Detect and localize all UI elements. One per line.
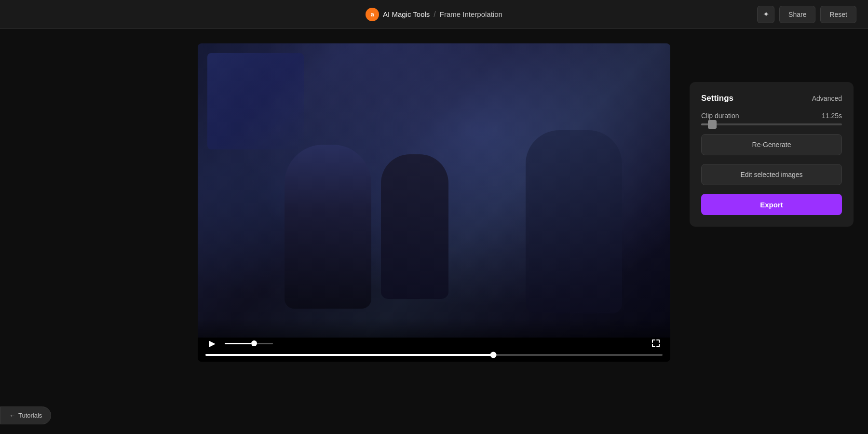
slider-thumb[interactable] xyxy=(708,120,717,129)
breadcrumb-separator: / xyxy=(434,10,435,19)
video-player: ▶ xyxy=(198,43,670,362)
tutorials-arrow-icon: ← xyxy=(9,412,15,419)
advanced-link[interactable]: Advanced xyxy=(812,95,842,102)
clip-duration-value: 11.25s xyxy=(822,112,842,120)
app-name-label: AI Magic Tools xyxy=(383,10,430,18)
volume-control[interactable] xyxy=(225,340,273,346)
volume-knob[interactable] xyxy=(251,340,257,346)
volume-fill xyxy=(225,343,251,344)
figure-1 xyxy=(285,145,371,309)
fullscreen-button[interactable] xyxy=(649,337,663,350)
export-button[interactable]: Export xyxy=(701,194,842,215)
volume-remaining xyxy=(257,343,273,344)
play-button[interactable]: ▶ xyxy=(205,337,219,350)
figure-3 xyxy=(526,130,622,313)
clip-duration-label: Clip duration xyxy=(701,112,739,120)
regenerate-button[interactable]: Re-Generate xyxy=(701,134,842,155)
clip-duration-setting: Clip duration 11.25s xyxy=(701,112,842,125)
edit-selected-images-button[interactable]: Edit selected images xyxy=(701,164,842,185)
reset-button[interactable]: Reset xyxy=(820,6,856,23)
progress-fill xyxy=(205,354,493,356)
settings-title: Settings xyxy=(701,94,733,103)
clip-duration-slider[interactable] xyxy=(701,123,842,125)
clip-duration-label-row: Clip duration 11.25s xyxy=(701,112,842,120)
settings-header: Settings Advanced xyxy=(701,94,842,103)
tutorials-button[interactable]: ← Tutorials xyxy=(0,407,51,424)
share-button[interactable]: Share xyxy=(779,6,815,23)
progress-track[interactable] xyxy=(205,354,663,356)
topbar: a AI Magic Tools / Frame Interpolation ✦… xyxy=(0,0,868,29)
main-content: ▶ xyxy=(0,29,868,434)
controls-row: ▶ xyxy=(205,337,663,350)
settings-panel: Settings Advanced Clip duration 11.25s R… xyxy=(690,82,854,227)
page-title: Frame Interpolation xyxy=(440,10,502,18)
bg-objects xyxy=(207,53,304,149)
progress-bar-row[interactable] xyxy=(205,354,663,356)
magic-icon-button[interactable]: ✦ xyxy=(757,6,774,23)
figure-2 xyxy=(381,154,448,299)
video-controls: ▶ xyxy=(198,318,670,362)
topbar-actions: ✦ Share Reset xyxy=(757,6,856,23)
video-frame xyxy=(198,43,670,338)
app-avatar: a xyxy=(366,8,379,21)
progress-thumb[interactable] xyxy=(490,352,497,358)
breadcrumb-text: AI Magic Tools / Frame Interpolation xyxy=(383,10,502,19)
tutorials-label: Tutorials xyxy=(18,412,42,419)
breadcrumb: a AI Magic Tools / Frame Interpolation xyxy=(366,8,502,21)
